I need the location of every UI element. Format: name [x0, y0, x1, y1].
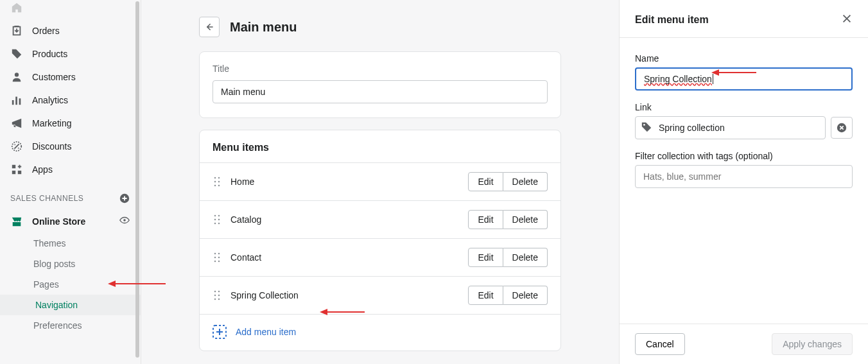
link-input[interactable]: Spring collection	[635, 116, 826, 139]
svg-point-33	[214, 295, 216, 296]
nav-pages[interactable]: Pages	[0, 274, 141, 295]
menu-item-name: Spring Collection	[230, 290, 468, 300]
nav-settings[interactable]: Settings	[0, 361, 141, 364]
nav-label: Discounts	[32, 141, 71, 152]
edit-button[interactable]: Edit	[468, 286, 503, 305]
nav-label: Apps	[32, 164, 53, 175]
clear-icon	[836, 122, 847, 134]
cancel-button[interactable]: Cancel	[635, 333, 685, 355]
menu-items-card: Menu items Home EditDelete Catalog EditD…	[199, 130, 561, 351]
nav-orders[interactable]: Orders	[0, 19, 141, 42]
close-button[interactable]	[841, 13, 853, 27]
menu-item-name: Home	[230, 177, 468, 187]
nav-discounts[interactable]: Discounts	[0, 135, 141, 158]
nav-products[interactable]: Products	[0, 42, 141, 65]
drag-handle-icon[interactable]	[213, 290, 221, 300]
nav-label: Customers	[32, 72, 76, 82]
nav-label: Analytics	[32, 95, 68, 105]
edit-button[interactable]: Edit	[468, 248, 503, 267]
nav-analytics[interactable]: Analytics	[0, 89, 141, 112]
discounts-icon	[10, 140, 23, 153]
svg-rect-1	[12, 100, 14, 105]
eye-icon[interactable]	[119, 214, 130, 228]
menu-row-home: Home EditDelete	[200, 162, 560, 200]
nav-home[interactable]	[0, 0, 141, 19]
svg-point-23	[214, 223, 216, 224]
svg-point-18	[218, 185, 220, 186]
nav-customers[interactable]: Customers	[0, 65, 141, 89]
nav-apps[interactable]: Apps	[0, 158, 141, 181]
menu-items-header: Menu items	[200, 130, 560, 162]
delete-button[interactable]: Delete	[503, 286, 548, 305]
home-icon	[10, 1, 23, 14]
filter-input[interactable]	[635, 165, 853, 188]
svg-point-32	[218, 291, 220, 292]
add-menu-item-button[interactable]: Add menu item	[200, 314, 560, 351]
nav-preferences[interactable]: Preferences	[0, 315, 141, 336]
nav-themes[interactable]: Themes	[0, 233, 141, 254]
add-item-label: Add menu item	[236, 327, 296, 337]
nav-blog-posts[interactable]: Blog posts	[0, 254, 141, 274]
drag-handle-icon[interactable]	[213, 252, 221, 263]
delete-button[interactable]: Delete	[503, 172, 548, 191]
svg-rect-9	[18, 171, 21, 174]
svg-point-24	[218, 223, 220, 224]
svg-point-36	[218, 299, 220, 300]
svg-point-35	[214, 299, 216, 300]
arrow-left-icon	[204, 22, 214, 32]
svg-rect-3	[19, 98, 21, 105]
delete-button[interactable]: Delete	[503, 248, 548, 267]
menu-row-catalog: Catalog EditDelete	[200, 200, 560, 238]
analytics-icon	[10, 94, 23, 107]
apps-icon	[10, 163, 23, 176]
nav-marketing[interactable]: Marketing	[0, 112, 141, 135]
drag-handle-icon[interactable]	[213, 214, 221, 225]
svg-point-14	[218, 177, 220, 178]
nav-online-store[interactable]: Online Store	[0, 209, 141, 233]
title-input[interactable]	[213, 80, 548, 103]
svg-point-29	[214, 261, 216, 262]
tag-icon	[641, 121, 654, 134]
products-icon	[10, 48, 23, 60]
edit-panel: Edit menu item Name Spring Collection Li…	[619, 0, 868, 364]
nav-label: Products	[32, 49, 67, 59]
svg-point-15	[214, 181, 216, 182]
title-card: Title	[199, 51, 561, 118]
menu-row-contact: Contact EditDelete	[200, 238, 560, 276]
apply-changes-button: Apply changes	[772, 333, 853, 355]
sidebar: Orders Products Customers Analytics Mark…	[0, 0, 141, 364]
back-button[interactable]	[199, 17, 220, 37]
drag-handle-icon[interactable]	[213, 177, 221, 187]
svg-point-17	[214, 185, 216, 186]
nav-label: Online Store	[32, 216, 119, 227]
svg-point-25	[214, 253, 216, 254]
menu-item-name: Contact	[230, 252, 468, 263]
svg-rect-8	[12, 171, 15, 174]
nav-navigation[interactable]: Navigation	[0, 295, 141, 315]
svg-point-27	[214, 257, 216, 258]
nav-label: Marketing	[32, 118, 71, 128]
edit-button[interactable]: Edit	[468, 210, 503, 229]
clear-link-button[interactable]	[831, 117, 853, 139]
scrollbar[interactable]	[135, 1, 139, 358]
svg-point-5	[14, 144, 15, 145]
svg-point-13	[214, 177, 216, 178]
customers-icon	[10, 71, 23, 83]
svg-point-26	[218, 253, 220, 254]
name-input[interactable]: Spring Collection	[635, 67, 853, 91]
svg-point-11	[123, 219, 126, 221]
svg-point-16	[218, 181, 220, 182]
add-item-icon	[213, 325, 227, 339]
add-channel-icon[interactable]	[119, 193, 130, 204]
page-header: Main menu	[199, 17, 561, 37]
title-label: Title	[213, 64, 548, 74]
edit-button[interactable]: Edit	[468, 172, 503, 191]
close-icon	[841, 13, 853, 24]
delete-button[interactable]: Delete	[503, 210, 548, 229]
menu-item-name: Catalog	[230, 214, 468, 225]
svg-point-22	[218, 219, 220, 220]
link-label: Link	[635, 102, 853, 112]
svg-rect-7	[12, 165, 15, 168]
filter-label: Filter collection with tags (optional)	[635, 151, 853, 161]
svg-point-6	[18, 148, 19, 149]
